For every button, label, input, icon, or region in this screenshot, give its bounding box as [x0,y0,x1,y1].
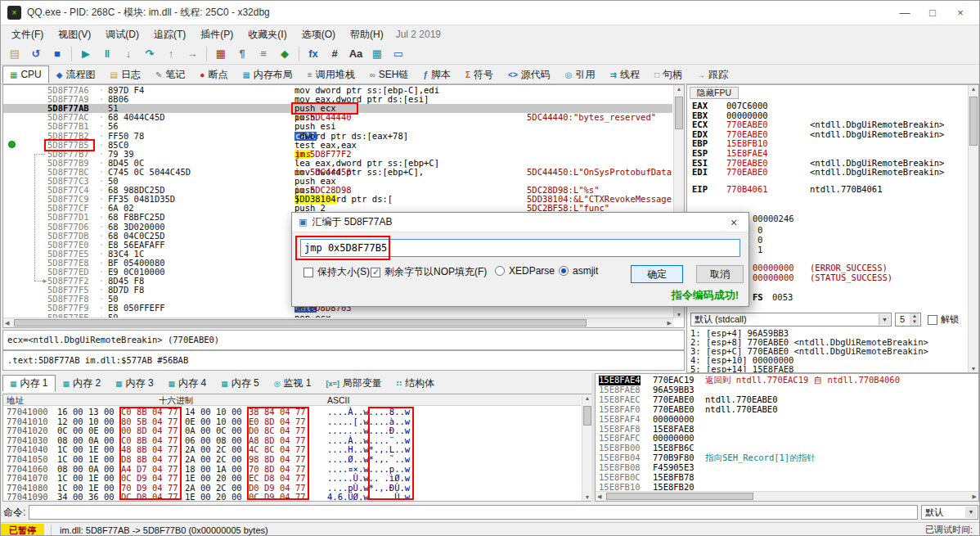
run-icon[interactable]: ▶ [76,45,96,63]
command-profile-select[interactable]: 默认 ▼ [921,505,978,520]
register-row[interactable]: EDX770EABE0<ntdll.DbgUiRemoteBreakin> [687,130,969,139]
calling-convention-select[interactable]: 默认 (stdcall) ▼ [690,313,892,327]
cancel-button[interactable]: 取消 [696,265,744,283]
args-depth-stepper[interactable]: 5 ▲▼ [895,313,921,327]
menu-item[interactable]: 追踪(T) [146,26,193,43]
stack-row[interactable]: 15E8FAE4770EAC19返回到 ntdll.770EAC19 自 ntd… [596,376,967,385]
dump-row[interactable]: 770410501C 00 1E 00D8 8B 04 772A 00 2C 0… [3,455,581,465]
ok-button[interactable]: 确定 [631,265,683,283]
stack-row[interactable]: 15E8FAEC770EABE0ntdll.770EABE0 [596,395,967,405]
menu-item[interactable]: 收藏夹(I) [241,26,294,43]
disasm-horizontal-scrollbar[interactable]: ◀ ▶ [3,318,673,327]
tab-memory-1[interactable]: ▦内存 1 [2,375,56,392]
open-file-icon[interactable]: ▤ [5,45,25,63]
dialog-close-icon[interactable]: × [726,216,742,229]
check-shield-icon[interactable]: ◆ [275,45,294,63]
script-function-icon[interactable]: fx [303,45,323,63]
font-icon[interactable]: Aa [346,45,366,63]
menu-item[interactable]: 选项(O) [294,26,343,43]
tab-trace[interactable]: →跟踪 [690,65,735,83]
tab-call-stack[interactable]: ≡调用堆栈 [300,65,362,83]
stack-arg-row[interactable]: 5: [esp+14] 15E8FAE8 [687,365,969,373]
tab-memory-4[interactable]: ▦内存 4 [161,375,214,392]
stack-row[interactable]: 15E8FAF0770EABE0ntdll.770EABE0 [596,405,967,415]
stack-row[interactable]: 15E8FB08F45905E3 [596,463,967,473]
register-row[interactable]: EBX00000000 [687,111,969,120]
stack-row[interactable]: 15E8FB04770B9F80指向SEH_Record[1]的指针 [596,453,967,463]
nop-fill-checkbox[interactable]: 剩余字节以NOP填充(F) [371,265,487,279]
call-stack-icon[interactable]: ≡ [254,45,273,63]
minimize-button[interactable]: — [891,3,919,23]
tab-cpu[interactable]: ▦CPU [2,65,49,83]
register-row[interactable]: ECX770EABE0<ntdll.DbgUiRemoteBreakin> [687,120,969,129]
register-row[interactable]: EBP15E8FB10 [687,139,969,148]
display-icon[interactable]: ▭ [389,45,408,63]
xedparse-radio[interactable]: XEDParse [495,265,555,277]
dump-ascii: 4.6.ÜØ.w.. ..Ù.w [327,493,410,502]
hide-fpu-button[interactable]: 隐藏FPU [690,87,739,99]
memory-dump-pane[interactable]: 地址 十六进制 ASCII 7704100016 00 13 00C0 8B 0… [2,394,593,502]
asmjit-radio[interactable]: asmjit [559,265,598,277]
disasm-row[interactable]: 5D8F77B2·FF50 78call dword ptr ds:[eax+7… [3,132,672,141]
register-row[interactable]: ESP15E8FAE4 [687,149,969,158]
dump-row[interactable]: 7704109034 00 36 00DC D8 04 771E 00 20 0… [3,493,581,502]
stack-row[interactable]: 15E8FAE896A59BB3 [596,385,967,395]
tab-memory-3[interactable]: ▦内存 3 [108,375,161,392]
unlock-checkbox[interactable]: 解锁 [928,313,959,326]
menu-item[interactable]: 插件(P) [193,26,241,43]
register-row[interactable]: EDI770EABE0<ntdll.DbgUiRemoteBreakin> [687,168,969,177]
tab-breakpoints[interactable]: ●断点 [192,65,235,83]
register-row[interactable]: EIP770B4061ntdll.770B4061 [687,185,969,194]
tab-watch-1[interactable]: ◎监视 1 [267,375,319,392]
step-over-icon[interactable]: ↷ [140,45,160,63]
command-input[interactable] [29,505,918,520]
keep-size-checkbox[interactable]: 保持大小(S) [303,265,370,279]
menu-item[interactable]: 视图(V) [51,26,98,43]
stack-row[interactable]: 15E8FAF815E8FAE8 [596,425,967,435]
tab-memory-5[interactable]: ▦内存 5 [214,375,267,392]
menu-item[interactable]: 文件(F) [4,26,51,43]
tab-script[interactable]: ƒ脚本 [416,65,459,83]
tab-memory-2[interactable]: ▦内存 2 [56,375,109,392]
execute-till-return-icon[interactable]: → [182,45,202,63]
menu-item[interactable]: 帮助(H) [343,26,391,43]
tab-log[interactable]: ▤日志 [103,65,148,83]
stack-row[interactable]: 15E8FAFC00000000 [596,434,967,444]
tab-seh-chain[interactable]: ∞SEH链 [362,65,416,83]
tab-graph[interactable]: ◆流程图 [49,65,103,83]
close-button[interactable]: × [946,3,974,23]
stack-pane[interactable]: 15E8FAE4770EAC19返回到 ntdll.770EAC19 自 ntd… [595,373,979,502]
patches-icon[interactable]: ▦ [211,45,231,63]
stop-icon[interactable]: ■ [47,45,67,63]
memory-chip-icon[interactable]: ▦ [367,45,387,63]
tab-notes[interactable]: ✎笔记 [148,65,192,83]
tab-threads[interactable]: ⇉线程 [603,65,647,83]
tab-locals[interactable]: [x=]局部变量 [319,375,389,392]
comment-icon[interactable]: ¶ [232,45,252,63]
step-out-icon[interactable]: ↑ [161,45,181,63]
menu-item[interactable]: 调试(D) [98,26,146,43]
restart-icon[interactable]: ↺ [26,45,46,63]
tab-struct[interactable]: ∷结构体 [389,375,442,392]
step-into-icon[interactable]: ↓ [119,45,138,63]
calculator-icon[interactable]: # [325,45,344,63]
last-status-text: (STATUS_SUCCESS) [810,273,892,282]
tab-handles[interactable]: □句柄 [647,65,690,83]
tab-memory-map[interactable]: ▦内存布局 [235,65,299,83]
maximize-button[interactable]: □ [919,3,946,23]
tab-references[interactable]: ◎引用 [558,65,603,83]
register-row[interactable]: ESI770EABE0<ntdll.DbgUiRemoteBreakin> [687,159,969,168]
tab-symbols[interactable]: Σ符号 [458,65,501,83]
tab-source[interactable]: <>源代码 [501,65,558,83]
dump-row[interactable]: 7704100016 00 13 00C0 8B 04 7714 00 10 0… [3,408,581,417]
register-row[interactable]: EAX007C6000 [687,101,969,110]
stack-row[interactable]: 15E8FAF400000000 [596,415,967,425]
disasm-row[interactable]: 5D8F77B1·56push esi [3,122,672,131]
tab-label: 监视 1 [284,376,312,390]
stack-row[interactable]: 15E8FB0C15E8FB78 [596,473,967,483]
registers-vertical-scrollbar[interactable]: ▲ ▼ [968,85,978,372]
stack-horizontal-scrollbar[interactable]: ◀ ▶ [596,491,978,501]
pause-icon[interactable]: ‖ [97,45,117,63]
disasm-row[interactable]: 5D8F77B5·85C0test eax,eax [3,141,672,150]
assemble-instruction-input[interactable] [300,239,740,257]
